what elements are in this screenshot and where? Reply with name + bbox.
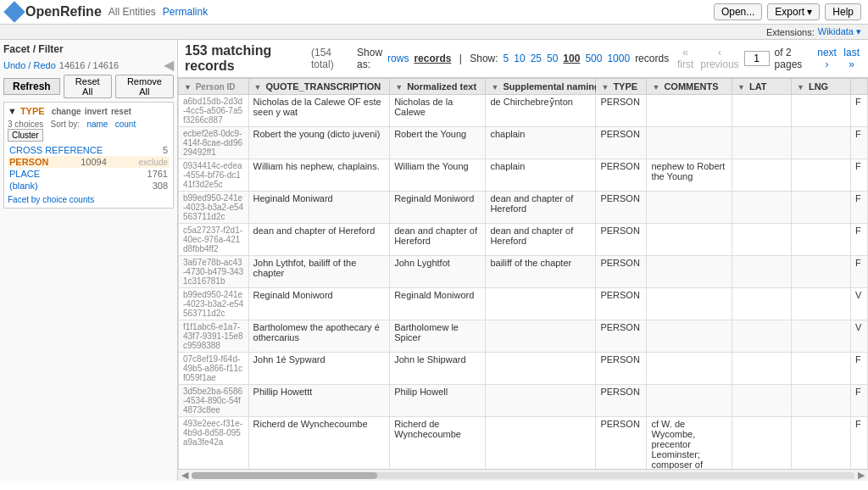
col-lat[interactable]: ▼ LAT: [732, 79, 791, 95]
table-cell: PERSON: [596, 353, 647, 385]
table-cell: [732, 95, 791, 127]
scroll-right-arrow[interactable]: ▶: [858, 470, 865, 481]
table-cell: [732, 385, 791, 417]
table-row[interactable]: 3d5be2ba-6586-4534-890c-54f4873c8eePhill…: [179, 385, 868, 417]
table-row[interactable]: ecbef2e8-0dc9-414f-8cae-dd9629492ff1Robe…: [179, 127, 868, 159]
header-permalink[interactable]: Permalink: [163, 6, 208, 18]
col-person-id[interactable]: ▼ Person ID: [179, 79, 249, 95]
table-cell: F: [850, 95, 867, 127]
table-row[interactable]: f1f1abc6-e1a7-43f7-9391-15e8c9598388Bart…: [179, 320, 868, 353]
undo-redo-label: Undo / Redo: [3, 60, 56, 70]
facet-change[interactable]: change: [52, 107, 81, 116]
wikidata-link[interactable]: Wikidata ▾: [818, 26, 861, 37]
facet-person-name: PERSON: [9, 157, 48, 167]
col-comments[interactable]: ▼ COMMENTS: [647, 79, 732, 95]
table-cell: [486, 288, 596, 320]
next-page-btn[interactable]: next ›: [817, 47, 837, 70]
sort-by-count[interactable]: count: [115, 120, 136, 129]
help-button[interactable]: Help: [825, 3, 861, 20]
open-button[interactable]: Open...: [714, 3, 762, 20]
col-last: [850, 79, 867, 95]
table-row[interactable]: 493e2eec-f31e-4b9d-8d58-095a9a3fe42aRich…: [179, 417, 868, 470]
table-cell: [791, 353, 850, 385]
col-supp[interactable]: ▼ Supplemental naming: [486, 79, 596, 95]
records-label: records: [635, 53, 669, 64]
table-cell: 3d5be2ba-6586-4534-890c-54f4873c8ee: [179, 385, 249, 417]
show-50[interactable]: 50: [547, 53, 558, 64]
button-row: Refresh Reset All Remove All: [3, 75, 174, 98]
prev-page-btn[interactable]: ‹ previous: [700, 47, 738, 70]
record-total: (154 total): [311, 47, 350, 70]
table-row[interactable]: b99ed950-241e-4023-b3a2-e54563711d2cRegi…: [179, 288, 868, 320]
scroll-track[interactable]: [192, 472, 854, 479]
reset-all-button[interactable]: Reset All: [64, 75, 112, 98]
view-records[interactable]: records: [414, 53, 451, 64]
table-cell: PERSON: [596, 417, 647, 470]
col-lng[interactable]: ▼ LNG: [791, 79, 850, 95]
facet-item-person[interactable]: PERSON 10094 exclude: [8, 156, 170, 168]
show-25[interactable]: 25: [531, 53, 542, 64]
table-row[interactable]: a6bd15db-2d3d-4cc5-a506-7a5f3266c887Nich…: [179, 95, 868, 127]
show-10[interactable]: 10: [514, 53, 525, 64]
bottom-scrollbar[interactable]: ◀ ▶: [178, 469, 868, 481]
table-cell: cf W. de Wycombe, precentor Leominster; …: [647, 417, 732, 470]
scroll-left-arrow[interactable]: ◀: [181, 470, 188, 481]
table-cell: [791, 95, 850, 127]
facet-person-count: 10094: [81, 157, 107, 167]
table-row[interactable]: 07c8ef19-f64d-49b5-a866-f11cf059f1aeJohn…: [179, 353, 868, 385]
table-cell: Bartholomew the apothecary é othercarius: [248, 320, 390, 353]
table-cell: chaplain: [486, 127, 596, 159]
table-cell: V: [850, 288, 867, 320]
facet-filter-row: Facet / Filter: [3, 43, 174, 55]
last-page-btn[interactable]: last »: [842, 47, 861, 70]
table-cell: dean and chapter of Hereford: [248, 224, 390, 256]
view-rows[interactable]: rows: [387, 53, 409, 64]
facet-invert[interactable]: invert: [85, 107, 108, 116]
table-cell: John Lythfot, bailiff of the chapter: [248, 256, 390, 288]
show-as-label: Show as:: [357, 47, 382, 70]
table-cell: [647, 320, 732, 353]
table-row[interactable]: c5a27237-f2d1-40ec-976a-421d8fbb4ff2dean…: [179, 224, 868, 256]
table-cell: [647, 192, 732, 224]
facet-reset[interactable]: reset: [111, 107, 131, 116]
facet-item-crossref[interactable]: CROSS REFERENCE 5: [8, 144, 170, 156]
cluster-button[interactable]: Cluster: [8, 129, 43, 142]
table-row[interactable]: 0934414c-edea-4554-bf76-dc141f3d2e5cWill…: [179, 159, 868, 192]
table-cell: [732, 417, 791, 470]
show-100[interactable]: 100: [563, 53, 580, 64]
collapse-icon[interactable]: ◀: [164, 57, 174, 73]
table-cell: John Lyghtfot: [390, 256, 486, 288]
facet-filter-section: Facet / Filter Undo / Redo 14616 / 14616…: [3, 43, 174, 98]
show-500[interactable]: 500: [585, 53, 602, 64]
facet-by-choice-counts[interactable]: Facet by choice counts: [8, 195, 170, 204]
facet-item-blank[interactable]: (blank) 308: [8, 180, 170, 192]
col-type[interactable]: ▼ TYPE: [596, 79, 647, 95]
table-row[interactable]: 3a67e78b-ac43-4730-b479-3431c316781bJohn…: [179, 256, 868, 288]
show-5[interactable]: 5: [504, 53, 509, 64]
table-cell: dean and chapter of Hereford: [390, 224, 486, 256]
facet-item-place[interactable]: PLACE 1761: [8, 168, 170, 180]
page-input[interactable]: [744, 51, 770, 66]
col-normalized[interactable]: ▼ Normalized text: [390, 79, 486, 95]
first-page-btn[interactable]: « first: [676, 47, 695, 70]
refresh-button[interactable]: Refresh: [3, 78, 60, 95]
table-row[interactable]: b99ed950-241e-4023-b3a2-e54563711d2cHegi…: [179, 192, 868, 224]
export-button[interactable]: Export ▾: [767, 3, 820, 20]
table-cell: Robert the young (dicto juveni): [248, 127, 390, 159]
sort-by-name[interactable]: name: [86, 120, 108, 129]
scroll-thumb[interactable]: [192, 472, 377, 479]
table-cell: b99ed950-241e-4023-b3a2-e54563711d2c: [179, 288, 249, 320]
data-table: ▼ Person ID ▼ QUOTE_TRANSCRIPTION ▼ Norm…: [178, 78, 868, 469]
table-cell: [732, 320, 791, 353]
undo-redo-count: 14616 / 14616: [59, 60, 119, 70]
facet-title: ▼ TYPE change invert reset: [8, 106, 170, 116]
col-quote[interactable]: ▼ QUOTE_TRANSCRIPTION: [248, 79, 390, 95]
facet-exclude-link[interactable]: exclude: [139, 158, 168, 167]
remove-all-button[interactable]: Remove All: [115, 75, 174, 98]
table-cell: F: [850, 127, 867, 159]
table-cell: F: [850, 353, 867, 385]
table-cell: a6bd15db-2d3d-4cc5-a506-7a5f3266c887: [179, 95, 249, 127]
table-cell: 0934414c-edea-4554-bf76-dc141f3d2e5c: [179, 159, 249, 192]
logo-diamond: [3, 1, 25, 22]
show-1000[interactable]: 1000: [607, 53, 630, 64]
